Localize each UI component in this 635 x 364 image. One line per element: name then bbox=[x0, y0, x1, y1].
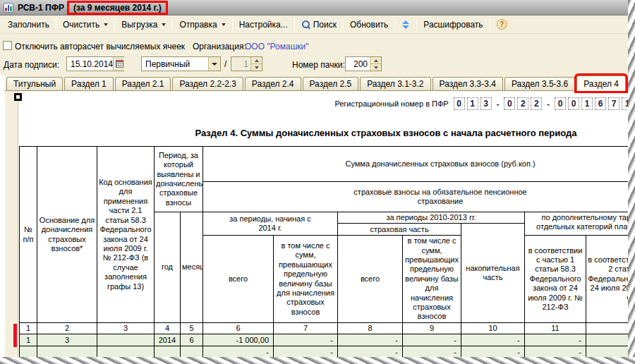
data-cell[interactable] bbox=[97, 334, 155, 346]
reg-digit-cell[interactable]: 0 bbox=[454, 97, 465, 110]
data-cell[interactable]: 6 bbox=[181, 334, 203, 346]
autocalc-checkbox-label[interactable]: Отключить авторасчет вычисляемых ячеек bbox=[15, 42, 185, 51]
toolbar-separator bbox=[416, 18, 417, 30]
settings-button-label: Настройка... bbox=[239, 20, 288, 30]
data-cell[interactable]: - bbox=[525, 334, 586, 346]
header-basis: Основание для доначисления страховых взн… bbox=[37, 147, 97, 323]
sort-arrows-icon bbox=[401, 20, 410, 29]
data-cell[interactable]: - bbox=[403, 334, 461, 346]
tab-razdel-1[interactable]: Раздел 1 bbox=[64, 77, 114, 90]
correction-number-stepper: 1 bbox=[231, 56, 262, 71]
data-cell[interactable]: -1 000,00 bbox=[203, 334, 274, 346]
clear-button[interactable]: Очистить bbox=[58, 18, 113, 31]
settings-button[interactable]: Настройка... bbox=[234, 18, 293, 31]
tab-razdel-2-4[interactable]: Раздел 2.4 bbox=[245, 77, 301, 90]
window-title-period: (за 9 месяцев 2014 г.) bbox=[73, 3, 162, 13]
spin-up-icon bbox=[370, 57, 381, 63]
reg-digit-cell[interactable]: 6 bbox=[595, 97, 606, 110]
form-type-select[interactable]: Первичный bbox=[141, 56, 221, 71]
data-cell[interactable]: - bbox=[338, 334, 403, 346]
tab-razdel-3-1-3-2[interactable]: Раздел 3.1-3.2 bbox=[360, 77, 430, 90]
organization-value[interactable]: ООО "Ромашки" bbox=[245, 42, 309, 51]
table-row: 1320146-1 000,00----- bbox=[20, 334, 635, 346]
header-sum: Сумма доначисленных страховых взносов (р… bbox=[203, 147, 635, 182]
decrypt-button[interactable]: Расшифровать bbox=[418, 18, 488, 31]
tab-razdel-2-5[interactable]: Раздел 2.5 bbox=[303, 77, 359, 90]
send-button[interactable]: Отправка bbox=[174, 18, 230, 31]
header-add-tariff: по дополнительному тарифу для отдельных … bbox=[525, 212, 635, 236]
data-cell[interactable]: - bbox=[274, 334, 338, 346]
header-part1: в соответствии с частью 1 статьи 58.3 Фе… bbox=[525, 236, 586, 323]
torn-edge-bottom bbox=[0, 357, 635, 364]
sheet-corner-marker[interactable] bbox=[14, 93, 22, 101]
calendar-button[interactable] bbox=[113, 57, 125, 71]
tab-titulnyy[interactable]: Титульный bbox=[6, 77, 63, 90]
row-highlight-marker bbox=[13, 324, 17, 347]
form-type-dropdown-button[interactable] bbox=[208, 57, 220, 71]
batch-number-spin-buttons[interactable] bbox=[370, 57, 381, 71]
header-month: месяц bbox=[181, 212, 203, 323]
dropdown-arrow-icon bbox=[222, 23, 226, 26]
tab-razdel-1-label: Раздел 1 bbox=[71, 79, 107, 89]
help-icon bbox=[497, 19, 507, 30]
autocalc-checkbox[interactable] bbox=[3, 41, 12, 50]
reg-digit-cell[interactable]: 3 bbox=[480, 97, 492, 110]
tab-razdel-2-1-label: Раздел 2.1 bbox=[122, 79, 164, 89]
export-button[interactable]: Выгрузка bbox=[116, 18, 171, 31]
correction-number-spin-buttons[interactable] bbox=[250, 57, 262, 71]
reg-number-separator: - bbox=[497, 99, 500, 108]
help-button[interactable] bbox=[492, 18, 512, 31]
tab-razdel-2-2-2-3-label: Раздел 2.2-2.3 bbox=[179, 79, 236, 89]
column-number-cell: 10 bbox=[461, 323, 525, 334]
reg-digit-cell[interactable]: 0 bbox=[568, 97, 579, 110]
batch-number-value[interactable]: 200 bbox=[346, 59, 370, 69]
data-cell[interactable]: - bbox=[461, 334, 525, 346]
column-number-cell: 7 bbox=[274, 323, 338, 334]
organization-label: Организация: bbox=[193, 42, 246, 51]
tab-razdel-2-5-label: Раздел 2.5 bbox=[310, 79, 352, 89]
data-cell[interactable]: 2014 bbox=[155, 334, 181, 346]
reg-digit-cell[interactable]: 2 bbox=[517, 97, 528, 110]
clear-button-label: Очистить bbox=[63, 20, 99, 30]
fill-button[interactable]: Заполнить bbox=[3, 18, 54, 31]
fill-button-label: Заполнить bbox=[8, 20, 49, 30]
tab-razdel-3-1-3-2-label: Раздел 3.1-3.2 bbox=[367, 79, 423, 89]
reg-digit-cell[interactable]: 7 bbox=[608, 97, 619, 110]
tab-razdel-4[interactable]: Раздел 4 bbox=[576, 75, 626, 91]
column-number-cell: 6 bbox=[203, 323, 274, 334]
reg-digit-cell[interactable]: 0 bbox=[555, 97, 566, 110]
slash-separator: / bbox=[224, 59, 226, 69]
column-number-cell: 5 bbox=[181, 323, 203, 334]
column-number-cell: 4 bbox=[155, 323, 181, 334]
sign-date-field[interactable]: 15.10.2014 bbox=[66, 56, 124, 71]
window-title: РСВ-1 ПФР bbox=[18, 3, 64, 13]
tab-razdel-2-1[interactable]: Раздел 2.1 bbox=[115, 77, 171, 90]
toolbar-separator bbox=[232, 18, 233, 30]
data-cell[interactable]: 3 bbox=[37, 334, 97, 346]
tab-razdel-4-label: Раздел 4 bbox=[583, 79, 619, 89]
tab-razdel-3-5-3-6[interactable]: Раздел 3.5-3.6 bbox=[504, 77, 575, 90]
header-accumulative: накопительная часть bbox=[461, 224, 525, 323]
header-period: Период, за который выявлены и доначислен… bbox=[155, 147, 203, 212]
sign-date-value[interactable]: 15.10.2014 bbox=[67, 59, 113, 69]
batch-number-stepper[interactable]: 200 bbox=[345, 56, 382, 71]
reg-digit-cell[interactable]: 0 bbox=[504, 97, 515, 110]
form-type-value: Первичный bbox=[142, 59, 208, 69]
header-over-limit-2010: в том числе с сумм, превышающих предельн… bbox=[403, 236, 461, 323]
tab-razdel-2-2-2-3[interactable]: Раздел 2.2-2.3 bbox=[172, 77, 243, 90]
search-button[interactable]: Поиск bbox=[296, 18, 341, 31]
tab-razdel-3-3-3-4[interactable]: Раздел 3.3-3.4 bbox=[433, 77, 503, 90]
report-icon bbox=[4, 3, 13, 13]
export-button-label: Выгрузка bbox=[121, 20, 157, 30]
refresh-button[interactable]: Обновить bbox=[345, 18, 393, 31]
reg-digit-cell[interactable]: 1 bbox=[467, 97, 478, 110]
reg-digit-cell[interactable]: 1 bbox=[581, 97, 593, 110]
reg-digit-cell[interactable]: 2 bbox=[531, 97, 542, 110]
column-number-cell: 11 bbox=[525, 323, 586, 334]
reg-number-separator: - bbox=[547, 99, 550, 108]
toolbar-separator bbox=[490, 18, 490, 30]
data-cell[interactable]: 1 bbox=[20, 334, 37, 346]
column-number-cell: 8 bbox=[338, 323, 403, 334]
sort-button[interactable] bbox=[397, 19, 415, 30]
tab-titulnyy-label: Титульный bbox=[13, 79, 56, 89]
